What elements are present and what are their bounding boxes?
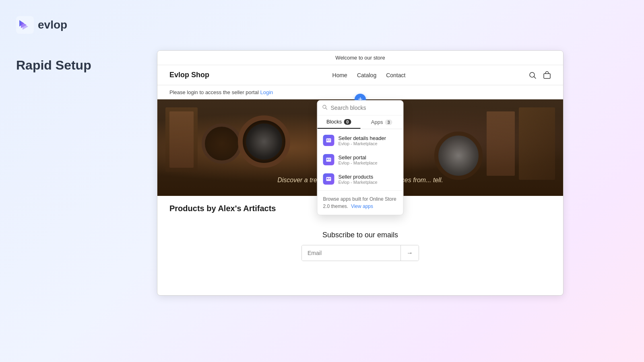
login-notice-text: Please login to access the seller portal xyxy=(169,89,259,95)
svg-rect-12 xyxy=(328,140,330,141)
block-list: Seller details header Evlop - Marketplac… xyxy=(318,129,403,190)
store-header: Evlop Shop Home Catalog Contact xyxy=(157,65,563,85)
block-item-seller-products-source: Evlop - Marketplace xyxy=(339,180,378,185)
svg-point-18 xyxy=(327,178,328,179)
block-item-seller-portal[interactable]: Seller portal Evlop - Marketplace xyxy=(318,150,403,169)
left-panel: evlop Rapid Setup xyxy=(0,0,153,362)
nav-home[interactable]: Home xyxy=(332,72,347,78)
login-link[interactable]: Login xyxy=(260,89,273,95)
tab-apps[interactable]: Apps 3 xyxy=(360,115,403,129)
apps-notice: Browse apps built for Online Store 2.0 t… xyxy=(318,190,403,215)
svg-rect-16 xyxy=(328,160,330,160)
seller-products-icon xyxy=(323,173,334,185)
announcement-text: Welcome to our store xyxy=(335,55,385,61)
logo-area: evlop xyxy=(16,16,137,34)
block-item-seller-portal-info: Seller portal Evlop - Marketplace xyxy=(339,154,378,165)
search-input-wrapper xyxy=(318,101,403,115)
tab-apps-count: 3 xyxy=(385,119,392,125)
nav-contact[interactable]: Contact xyxy=(386,72,405,78)
tab-blocks-label: Blocks xyxy=(326,119,342,125)
store-name: Evlop Shop xyxy=(169,71,209,79)
cart-icon[interactable] xyxy=(543,71,551,79)
svg-rect-20 xyxy=(328,179,330,179)
svg-point-10 xyxy=(327,140,328,141)
subscribe-section: Subscribe to our emails → xyxy=(157,221,563,271)
search-icon-sm xyxy=(322,105,328,111)
subscribe-title: Subscribe to our emails xyxy=(169,231,551,239)
email-form: → xyxy=(301,245,419,261)
block-item-seller-products-info: Seller products Evlop - Marketplace xyxy=(339,174,378,185)
email-submit-button[interactable]: → xyxy=(400,245,419,261)
seller-portal-icon xyxy=(323,154,334,165)
announcement-bar: Welcome to our store xyxy=(157,51,563,65)
block-item-seller-details-source: Evlop - Marketplace xyxy=(339,141,386,146)
block-item-seller-products-name: Seller products xyxy=(339,174,378,180)
block-item-seller-details-header[interactable]: Seller details header Evlop - Marketplac… xyxy=(318,131,403,150)
block-item-seller-details-name: Seller details header xyxy=(339,135,386,141)
view-apps-link[interactable]: View apps xyxy=(351,204,373,209)
svg-rect-15 xyxy=(328,159,330,159)
block-item-seller-details-info: Seller details header Evlop - Marketplac… xyxy=(339,135,386,146)
search-blocks-dropdown: Blocks 0 Apps 3 xyxy=(317,100,404,215)
store-header-icons xyxy=(528,71,551,79)
tab-blocks[interactable]: Blocks 0 xyxy=(318,115,361,129)
svg-line-5 xyxy=(534,76,536,78)
tab-blocks-count: 0 xyxy=(344,119,351,125)
block-item-seller-portal-name: Seller portal xyxy=(339,154,378,160)
svg-line-8 xyxy=(326,108,327,110)
evlop-logo-icon xyxy=(16,16,34,34)
svg-rect-19 xyxy=(328,178,330,179)
block-item-seller-portal-source: Evlop - Marketplace xyxy=(339,160,378,165)
browser-frame: Welcome to our store Evlop Shop Home Cat… xyxy=(157,50,564,296)
tab-apps-label: Apps xyxy=(371,119,383,125)
email-input[interactable] xyxy=(302,245,400,261)
search-blocks-input[interactable] xyxy=(331,105,398,111)
hero-section: Discover a treasure tro... and unique ar… xyxy=(157,99,563,196)
svg-point-14 xyxy=(327,159,328,160)
search-icon[interactable] xyxy=(528,71,537,79)
page-title: Rapid Setup xyxy=(16,58,137,73)
svg-rect-6 xyxy=(544,74,550,78)
store-nav: Home Catalog Contact xyxy=(332,72,406,78)
block-item-seller-products[interactable]: Seller products Evlop - Marketplace xyxy=(318,169,403,189)
logo-text: evlop xyxy=(38,19,67,31)
svg-rect-11 xyxy=(328,140,330,140)
nav-catalog[interactable]: Catalog xyxy=(357,72,376,78)
seller-details-header-icon xyxy=(323,135,334,146)
tabs-row: Blocks 0 Apps 3 xyxy=(318,115,403,129)
